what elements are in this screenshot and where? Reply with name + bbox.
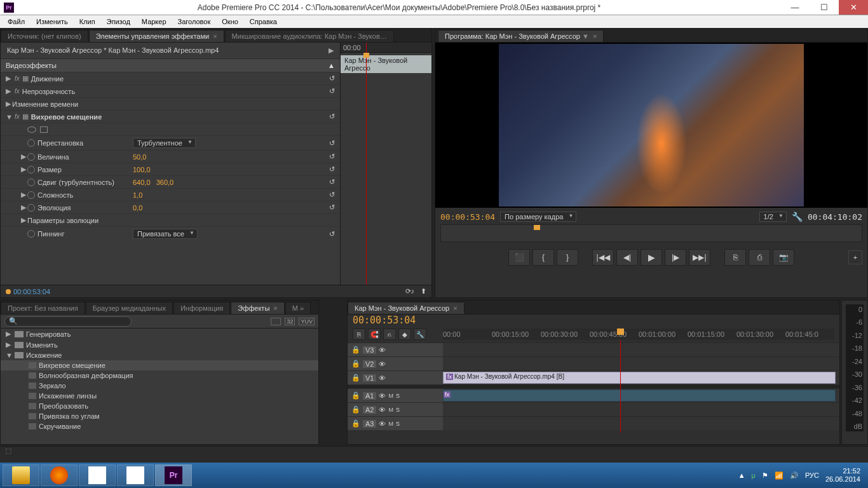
effect-row[interactable]: ▶fx▦Движение↺: [1, 72, 340, 85]
lock-icon[interactable]: 🔒: [351, 405, 360, 414]
menu-file[interactable]: Файл: [3, 17, 30, 27]
mini-playhead[interactable]: [366, 43, 367, 285]
effects-folder[interactable]: ▼Искажение: [1, 350, 318, 360]
effect-row[interactable]: ▶Размер100,0↺: [1, 163, 340, 175]
loop-icon[interactable]: ⟳♪: [405, 287, 415, 295]
taskbar-firefox[interactable]: [41, 464, 78, 486]
track-lane[interactable]: [443, 417, 839, 430]
tray-network-icon[interactable]: 📶: [775, 471, 783, 480]
menu-clip[interactable]: Клип: [74, 17, 100, 27]
lock-icon[interactable]: 🔒: [351, 419, 360, 428]
effect-item[interactable]: Волнообразная деформация: [1, 370, 318, 381]
param-value[interactable]: 50,0: [133, 153, 146, 161]
toggle-output-icon[interactable]: 👁: [379, 346, 386, 354]
tab-overflow[interactable]: М »: [285, 302, 311, 314]
play-button[interactable]: ▶: [641, 249, 662, 266]
lock-icon[interactable]: 🔒: [351, 374, 360, 382]
timeline-playhead[interactable]: [620, 340, 621, 433]
effect-row[interactable]: ▶Сложность1,0↺: [1, 188, 340, 201]
export-frame-button[interactable]: 📷: [773, 249, 794, 266]
effect-item[interactable]: Искажение линзы: [1, 391, 318, 401]
timeline-timecode[interactable]: 00:00:53:04: [353, 315, 416, 326]
resolution-dropdown[interactable]: 1/2: [759, 212, 787, 222]
linked-selection-toggle[interactable]: ⎌: [383, 329, 396, 340]
reset-icon[interactable]: ↺: [329, 165, 335, 173]
taskbar-imageviewer[interactable]: [79, 464, 116, 486]
stopwatch-icon[interactable]: [27, 179, 35, 186]
button-editor[interactable]: +: [848, 250, 862, 264]
stopwatch-icon[interactable]: [27, 204, 35, 212]
reset-icon[interactable]: ↺: [329, 152, 335, 160]
workspace-icon[interactable]: ⬚: [0, 444, 17, 457]
lift-button[interactable]: ⎘: [724, 249, 746, 266]
taskbar-explorer[interactable]: [3, 464, 39, 486]
effect-item[interactable]: Вихревое смещение: [1, 360, 318, 370]
stopwatch-icon[interactable]: [27, 230, 35, 238]
nest-toggle[interactable]: ⎘: [353, 329, 365, 340]
program-current-timecode[interactable]: 00:00:53:04: [440, 212, 495, 222]
menu-marker[interactable]: Маркер: [137, 17, 172, 27]
yuv-filter-icon[interactable]: YUV: [299, 318, 315, 325]
param-value[interactable]: 360,0: [156, 179, 174, 186]
effect-row[interactable]: ▶fxНепрозрачность↺: [1, 85, 340, 97]
toggle-output-icon[interactable]: 👁: [379, 374, 386, 382]
track-lane[interactable]: [443, 357, 839, 370]
tab-effect-controls[interactable]: Элементы управления эффектами×: [89, 30, 224, 42]
stopwatch-icon[interactable]: [27, 139, 35, 147]
menu-help[interactable]: Справка: [245, 17, 282, 27]
zoom-fit-dropdown[interactable]: По размеру кадра: [500, 212, 576, 222]
effect-row[interactable]: ▶Величина50,0↺: [1, 150, 340, 163]
effect-item[interactable]: Привязка по углам: [1, 411, 318, 421]
close-button[interactable]: ✕: [839, 0, 868, 15]
reset-icon[interactable]: ↺: [329, 230, 335, 238]
effect-row[interactable]: ▶Параметры эволюции: [1, 214, 340, 226]
mini-timeline-ruler[interactable]: 00:00: [341, 43, 431, 53]
effect-row[interactable]: ▼fx▦Вихревое смещение↺: [1, 110, 340, 123]
track-header[interactable]: 🔒A1👁MS: [348, 389, 443, 402]
goto-in-button[interactable]: |◀◀: [592, 249, 614, 266]
reset-icon[interactable]: ↺: [329, 139, 335, 147]
settings-icon[interactable]: 🔧: [414, 329, 426, 340]
lock-icon[interactable]: 🔒: [351, 360, 360, 368]
program-monitor-viewport[interactable]: [435, 43, 867, 208]
taskbar-premiere[interactable]: Pr: [155, 464, 192, 486]
track-lane[interactable]: fx: [443, 389, 839, 402]
step-back-button[interactable]: ◀|: [616, 249, 638, 266]
tab-audio-mixer[interactable]: Микширование аудиоклипа: Кар Мэн - Звуко…: [225, 30, 394, 42]
tray-show-hidden-icon[interactable]: ▲: [738, 471, 745, 479]
ellipse-mask-icon[interactable]: [27, 126, 36, 133]
tray-utorrent-icon[interactable]: μ: [752, 471, 756, 479]
tab-info[interactable]: Информация: [173, 302, 230, 314]
tab-source[interactable]: Источник: (нет клипов): [1, 30, 88, 42]
track-header[interactable]: 🔒V1👁: [348, 371, 443, 384]
close-icon[interactable]: ×: [213, 32, 217, 40]
tray-flag-icon[interactable]: ⚑: [762, 471, 768, 480]
track-lane[interactable]: fxКар Мэн - Звуковой Агрессор.mp4 [В]: [443, 371, 839, 384]
param-value[interactable]: 0,0: [133, 204, 142, 212]
video-effects-header[interactable]: Видеоэффекты▲: [1, 58, 340, 72]
track-header[interactable]: 🔒A2👁MS: [348, 403, 443, 416]
accelerated-filter-icon[interactable]: [271, 318, 281, 325]
track-lane[interactable]: [443, 343, 839, 356]
taskbar-wordpad[interactable]: [117, 464, 154, 486]
effect-row[interactable]: ▶Изменение времени: [1, 97, 340, 110]
toggle-output-icon[interactable]: 👁: [379, 406, 386, 414]
menu-title[interactable]: Заголовок: [173, 17, 216, 27]
effect-row[interactable]: ПиннингПривязать все↺: [1, 226, 340, 241]
effects-folder[interactable]: ▶Изменить: [1, 339, 318, 350]
tray-clock[interactable]: 21:52 26.06.2014: [825, 467, 860, 484]
tab-sequence[interactable]: Кар Мэн - Звуковой Агрессор×: [348, 302, 465, 314]
program-scrubber[interactable]: [440, 224, 862, 242]
stopwatch-icon[interactable]: [27, 153, 35, 161]
reset-icon[interactable]: ↺: [329, 87, 335, 95]
export-icon[interactable]: ⬆: [421, 287, 426, 295]
effect-item[interactable]: Зеркало: [1, 381, 318, 391]
menu-window[interactable]: Окно: [217, 17, 243, 27]
menu-sequence[interactable]: Эпизод: [102, 17, 135, 27]
track-header[interactable]: 🔒V2👁: [348, 357, 443, 370]
32bit-filter-icon[interactable]: 32: [285, 318, 295, 325]
lock-icon[interactable]: 🔒: [351, 391, 360, 400]
reset-icon[interactable]: ↺: [329, 203, 335, 211]
footer-timecode[interactable]: 00:00:53:04: [13, 288, 50, 295]
reset-icon[interactable]: ↺: [329, 191, 335, 198]
